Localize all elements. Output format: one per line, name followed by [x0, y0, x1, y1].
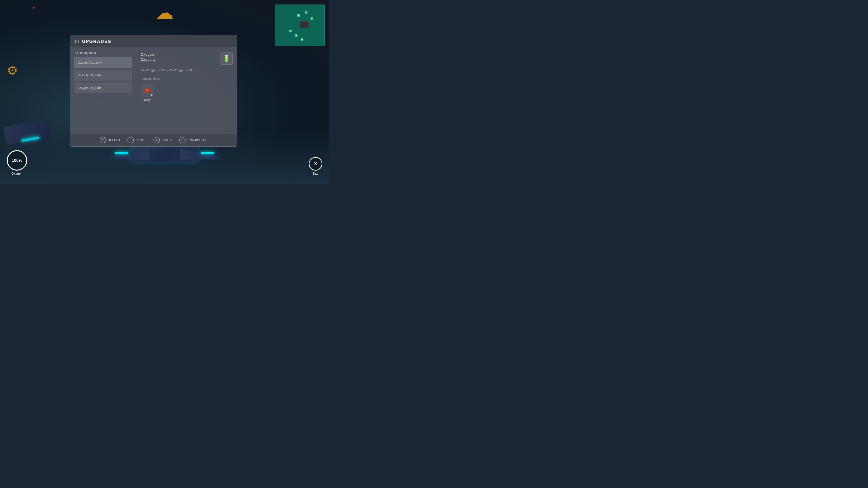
selected-upgrade-title: OxygenCapacity — [141, 52, 156, 62]
dialog-footer: Y SELECT B CLOSE A CRAFT O COMPLETED — [70, 133, 237, 147]
cyan-glow-left — [115, 152, 128, 154]
upgrade-detail-panel: OxygenCapacity 🔋 Max Oxygen = 500 > Max … — [136, 48, 237, 133]
ruby-gem-icon — [144, 87, 151, 94]
minimap-ship — [300, 21, 309, 28]
select-key-icon: Y — [100, 137, 106, 143]
gem-count: 5 — [151, 94, 153, 96]
upgrade-description: Max Oxygen = 500 > Max Oxygen = 700 — [141, 68, 232, 72]
upgrade-item-oxygen-upgrade[interactable]: Oxygen Upgrade — [74, 83, 132, 93]
upgrade-icon: 🔋 — [220, 52, 232, 65]
battery-icon: 🔋 — [222, 55, 230, 62]
craft-key-icon: A — [153, 137, 160, 143]
list-header: List of upgrades — [74, 51, 132, 55]
minimap-dot: V — [289, 30, 291, 32]
craft-label: CRAFT — [162, 138, 173, 142]
detail-header: OxygenCapacity 🔋 — [141, 52, 232, 65]
minimap-dot: V — [305, 11, 307, 14]
bag-button[interactable]: X Bag — [309, 157, 322, 175]
minimap-dot: V — [297, 14, 300, 17]
upgrade-item-velocity-upgrade[interactable]: Velocity Upgrade — [74, 70, 132, 80]
select-label: SELECT — [108, 138, 121, 142]
dialog-header-icon: ⊡ — [75, 38, 79, 44]
minimap-dot: V — [295, 34, 298, 37]
cyan-glow-right — [201, 152, 214, 154]
upgrade-list-panel: List of upgrades Oxygen Capacity Velocit… — [70, 48, 136, 133]
craft-button[interactable]: A CRAFT — [153, 137, 173, 143]
completed-key-icon: O — [179, 137, 186, 143]
cloud-icon: ☁ — [156, 2, 174, 23]
close-key-icon: B — [127, 137, 134, 143]
red-dot-indicator — [33, 7, 35, 8]
requirement-ruby: 5 Ruby — [141, 84, 154, 102]
requirements-items: 5 Ruby — [141, 84, 232, 102]
upgrades-dialog: ⊡ UPGRADES List of upgrades Oxygen Capac… — [70, 35, 237, 147]
requirements-label: Requirements: — [141, 77, 232, 80]
select-button[interactable]: Y SELECT — [100, 137, 121, 143]
upgrade-item-oxygen-capacity[interactable]: Oxygen Capacity — [74, 57, 132, 68]
gear-icon: ⚙ — [7, 63, 18, 78]
completed-label: COMPLETED — [187, 138, 208, 142]
oxygen-percent: 100% — [12, 158, 22, 163]
bag-icon[interactable]: X — [309, 157, 322, 170]
dialog-title: UPGRADES — [82, 39, 111, 44]
ruby-label: Ruby — [144, 98, 151, 102]
svg-point-3 — [148, 91, 149, 92]
bag-label: Bag — [313, 172, 318, 175]
close-button[interactable]: B CLOSE — [127, 137, 147, 143]
minimap-dot: V — [301, 38, 303, 41]
minimap: V V V V V V — [275, 4, 324, 46]
svg-point-2 — [146, 89, 147, 90]
dialog-body: List of upgrades Oxygen Capacity Velocit… — [70, 48, 237, 133]
oxygen-circle: 100% — [7, 150, 27, 170]
dialog-header: ⊡ UPGRADES — [70, 35, 237, 48]
oxygen-meter: 100% Oxygen — [7, 150, 27, 175]
ruby-gem-box: 5 — [141, 84, 154, 97]
oxygen-label: Oxygen — [7, 172, 27, 175]
minimap-dots: V V V V V V — [275, 5, 324, 46]
completed-button[interactable]: O COMPLETED — [179, 137, 208, 143]
spaceship-wing-left — [108, 146, 149, 160]
minimap-dot: V — [311, 17, 313, 20]
close-label: CLOSE — [135, 138, 147, 142]
